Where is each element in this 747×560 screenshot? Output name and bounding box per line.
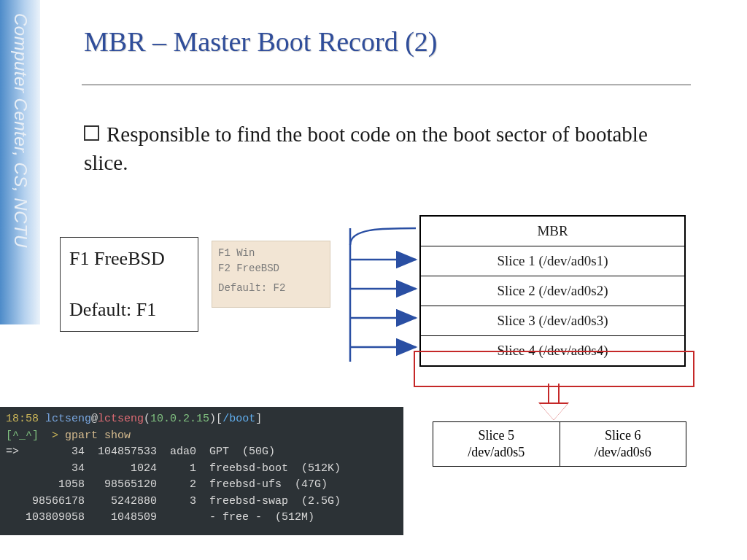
ext-cell-6: Slice 6 /dev/ad0s6 [560,421,687,467]
term-l3: => 34 104857533 ada0 GPT (50G) [6,446,275,458]
ext5-label: Slice 5 [479,427,515,444]
boot2-line3: Default: F2 [218,281,324,296]
title-divider [82,84,691,85]
bullet-content: Responsible to find the boot code on the… [84,122,648,174]
ext6-dev: /dev/ad0s6 [595,444,651,461]
boot2-line2: F2 FreeBSD [218,261,324,276]
arrow-group [337,216,425,376]
partition-table: MBR Slice 1 (/dev/ad0s1) Slice 2 (/dev/a… [419,215,686,367]
term-user: lctseng [45,413,91,425]
sidebar-band: Computer Center, CS, NCTU [0,0,40,324]
boot-menu-single: F1 FreeBSD Default: F1 [60,237,198,332]
ext6-label: Slice 6 [605,427,641,444]
boot-menu-line1: F1 FreeBSD [69,248,189,270]
term-host: lctseng [98,413,144,425]
terminal-output: 18:58 lctseng@lctseng(10.0.2.15)[/boot] … [0,407,403,535]
sidebar-text: Computer Center, CS, NCTU [10,13,31,248]
pt-row-slice3: Slice 3 (/dev/ad0s3) [421,306,684,335]
boot-menu-line2: Default: F1 [69,299,189,321]
extended-slices: Slice 5 /dev/ad0s5 Slice 6 /dev/ad0s6 [433,421,686,467]
term-l4: 34 1024 1 freebsd-boot (512K) [6,462,341,475]
pt-row-slice2: Slice 2 (/dev/ad0s2) [421,276,684,306]
bullet-text: Responsible to find the boot code on the… [84,120,667,177]
term-l5: 1058 98565120 2 freebsd-ufs (47G) [6,478,328,491]
slide-title: MBR – Master Boot Record (2) [84,26,437,58]
pt-row-mbr: MBR [421,217,684,246]
term-time: 18:58 [6,413,39,425]
term-path: /boot [222,413,255,425]
term-face-icon: [^_^] [6,429,39,442]
pt-row-slice4: Slice 4 (/dev/ad0s4) [421,335,684,365]
arrows-svg [337,216,432,384]
term-cmd: gpart show [65,429,131,442]
pt-row-slice1: Slice 1 (/dev/ad0s1) [421,246,684,276]
term-l7: 103809058 1048509 - free - (512M) [6,511,314,524]
term-ip: 10.0.2.15 [150,413,209,425]
arrow-down-icon [541,384,567,419]
ext-cell-5: Slice 5 /dev/ad0s5 [433,421,560,467]
ext5-dev: /dev/ad0s5 [468,444,525,461]
term-l6: 98566178 5242880 3 freebsd-swap (2.5G) [6,495,341,508]
boot2-line1: F1 Win [218,246,324,261]
bullet-marker-icon [84,125,99,141]
boot-menu-dual: F1 Win F2 FreeBSD Default: F2 [212,241,330,308]
